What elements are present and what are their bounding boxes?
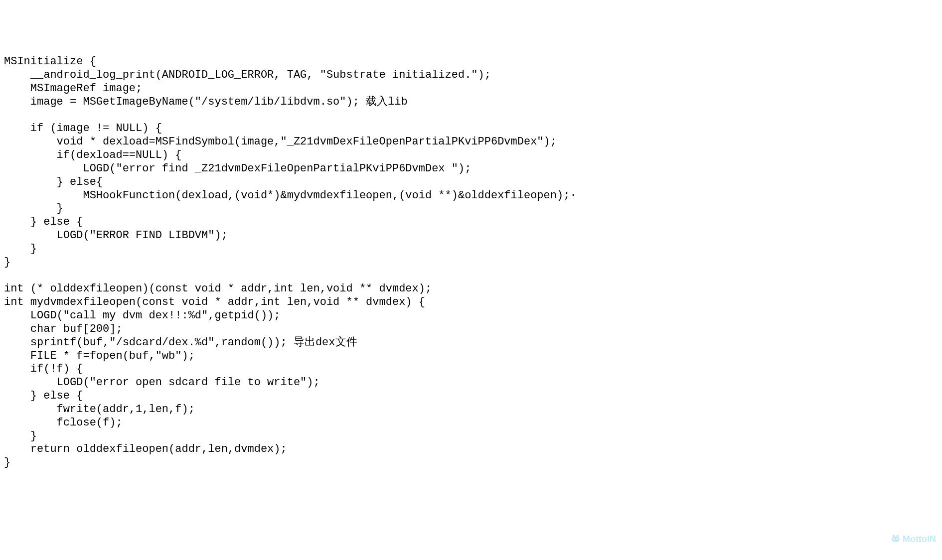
- code-line: }: [4, 430, 37, 442]
- code-line: char buf[200];: [4, 323, 123, 335]
- code-line: if(dexload==NULL) {: [4, 149, 181, 161]
- watermark-text: MottoIN: [903, 534, 936, 545]
- code-line: int (* olddexfileopen)(const void * addr…: [4, 282, 432, 295]
- watermark: MottoIN: [881, 523, 936, 556]
- watermark-icon: [881, 523, 901, 556]
- code-line: }: [4, 243, 37, 255]
- code-line: LOGD("call my dvm dex!!:%d",getpid());: [4, 309, 281, 322]
- code-line: sprintf(buf,"/sdcard/dex.%d",random()); …: [4, 336, 357, 349]
- code-line: FILE * f=fopen(buf,"wb");: [4, 350, 195, 362]
- code-line: MSImageRef image;: [4, 82, 142, 95]
- code-line: image = MSGetImageByName("/system/lib/li…: [4, 96, 408, 108]
- code-line: LOGD("error open sdcard file to write");: [4, 376, 320, 389]
- code-line: } else {: [4, 216, 83, 228]
- code-line: }: [4, 456, 10, 469]
- svg-point-4: [897, 538, 898, 540]
- code-line: LOGD("error find _Z21dvmDexFileOpenParti…: [4, 162, 471, 175]
- code-line: }: [4, 256, 10, 269]
- code-line: if(!f) {: [4, 363, 83, 375]
- code-line: fwrite(addr,1,len,f);: [4, 403, 195, 416]
- code-line: int mydvmdexfileopen(const void * addr,i…: [4, 296, 425, 308]
- code-line: if (image != NULL) {: [4, 122, 162, 135]
- code-line: } else{: [4, 176, 103, 188]
- svg-point-2: [892, 537, 900, 542]
- code-line: fclose(f);: [4, 417, 123, 429]
- code-line: MSInitialize {: [4, 55, 96, 68]
- code-line: MSHookFunction(dexload,(void*)&mydvmdexf…: [4, 189, 577, 202]
- code-line: return olddexfileopen(addr,len,dvmdex);: [4, 443, 287, 455]
- code-line: LOGD("ERROR FIND LIBDVM");: [4, 229, 228, 242]
- code-line: void * dexload=MSFindSymbol(image,"_Z21d…: [4, 136, 557, 148]
- svg-point-3: [893, 538, 895, 540]
- code-line: } else {: [4, 390, 83, 402]
- code-line: __android_log_print(ANDROID_LOG_ERROR, T…: [4, 69, 491, 81]
- code-line: }: [4, 202, 63, 215]
- code-block: MSInitialize { __android_log_print(ANDRO…: [4, 55, 938, 470]
